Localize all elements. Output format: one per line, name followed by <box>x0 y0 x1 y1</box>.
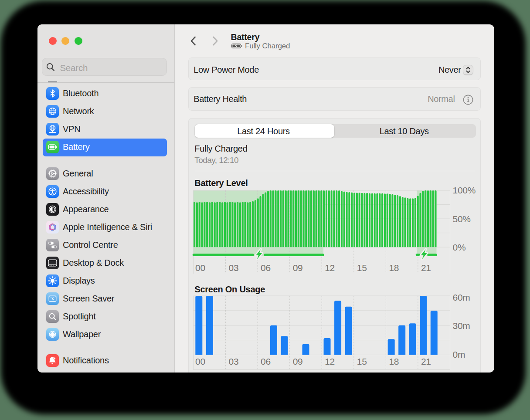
svg-text:00: 00 <box>195 356 205 366</box>
svg-text:21: 21 <box>421 356 431 366</box>
svg-text:03: 03 <box>229 356 239 366</box>
svg-text:18: 18 <box>389 263 399 273</box>
svg-text:00: 00 <box>195 263 205 273</box>
svg-text:06: 06 <box>261 356 271 366</box>
svg-text:15: 15 <box>357 263 367 273</box>
svg-text:15: 15 <box>357 356 367 366</box>
svg-text:18: 18 <box>389 356 399 366</box>
svg-text:09: 09 <box>293 356 303 366</box>
svg-text:21: 21 <box>421 263 431 273</box>
svg-text:12: 12 <box>325 356 335 366</box>
svg-text:12: 12 <box>325 263 335 273</box>
svg-text:06: 06 <box>261 263 271 273</box>
svg-text:03: 03 <box>229 263 239 273</box>
svg-text:09: 09 <box>293 263 303 273</box>
